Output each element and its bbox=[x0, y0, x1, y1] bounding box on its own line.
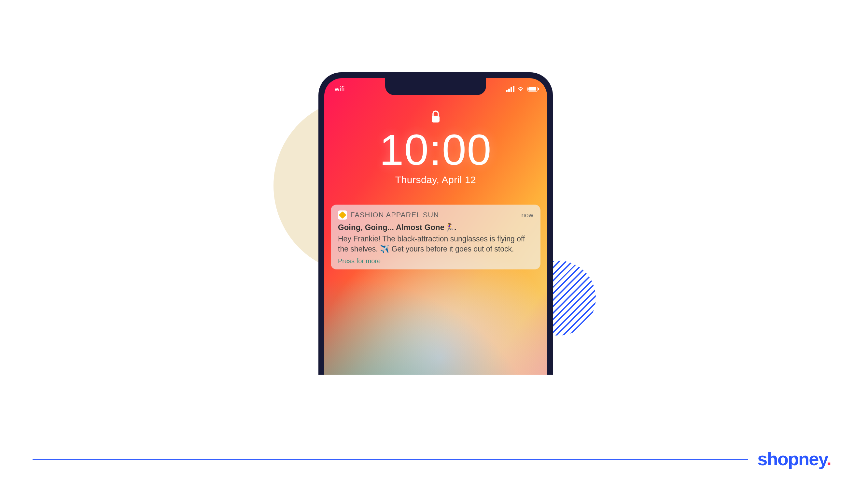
notification-title: Going, Going... Almost Gone🏃‍♀️. bbox=[338, 223, 533, 232]
svg-rect-0 bbox=[432, 116, 439, 122]
push-notification-card[interactable]: FASHION APPAREL SUN now Going, Going... … bbox=[331, 205, 540, 269]
brand-name: shopney bbox=[757, 449, 826, 469]
status-network-label: wifi bbox=[335, 85, 345, 93]
lock-icon bbox=[430, 110, 441, 125]
notification-action-hint[interactable]: Press for more bbox=[338, 257, 533, 265]
wifi-icon bbox=[517, 86, 524, 92]
notification-app-name: FASHION APPAREL SUN bbox=[350, 211, 518, 219]
illustration-canvas: wifi bbox=[0, 0, 868, 489]
status-right-cluster bbox=[505, 86, 538, 92]
footer-divider-line bbox=[33, 459, 835, 460]
notification-app-icon bbox=[338, 210, 347, 220]
lockscreen-clock: 10:00 Thursday, April 12 bbox=[324, 127, 547, 185]
cellular-signal-icon bbox=[505, 86, 515, 92]
phone-notch bbox=[385, 78, 486, 95]
brand-logo: shopney. bbox=[748, 448, 835, 469]
lock-icon-wrap bbox=[324, 110, 547, 125]
notification-body: Hey Frankie! The black-attraction sungla… bbox=[338, 234, 533, 254]
phone-clip: wifi bbox=[318, 72, 553, 375]
phone-screen: wifi bbox=[324, 78, 547, 375]
phone-frame: wifi bbox=[318, 72, 553, 375]
notification-timestamp: now bbox=[521, 211, 533, 219]
lockscreen-time: 10:00 bbox=[324, 127, 547, 173]
battery-icon bbox=[527, 87, 538, 91]
notification-header: FASHION APPAREL SUN now bbox=[338, 210, 533, 220]
lockscreen-date: Thursday, April 12 bbox=[324, 174, 547, 185]
brand-dot: . bbox=[826, 449, 831, 469]
